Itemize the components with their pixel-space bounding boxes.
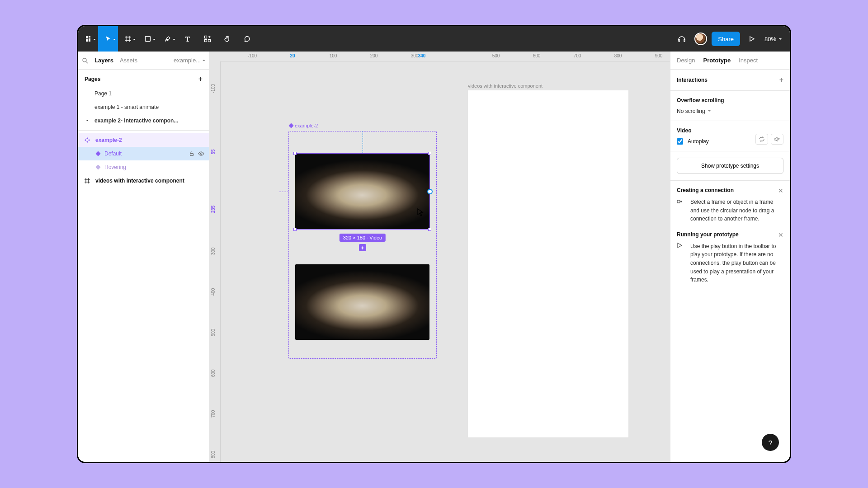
pages-header: Pages + bbox=[78, 70, 209, 87]
prototype-connection-node[interactable] bbox=[427, 189, 433, 194]
autoplay-checkbox[interactable]: Autoplay bbox=[677, 138, 709, 145]
assets-tab[interactable]: Assets bbox=[120, 57, 137, 64]
add-page-button[interactable]: + bbox=[198, 75, 203, 83]
settings-section: Show prototype settings bbox=[670, 151, 790, 181]
close-icon[interactable]: ✕ bbox=[778, 231, 783, 239]
share-button[interactable]: Share bbox=[712, 32, 740, 46]
video-hovering[interactable] bbox=[295, 264, 429, 340]
help-running-body: Use the play button in the toolbar to pl… bbox=[690, 242, 783, 284]
video-section: Video Autoplay bbox=[670, 121, 790, 151]
toolbar: Share 80% bbox=[78, 26, 790, 52]
tab-prototype[interactable]: Prototype bbox=[703, 57, 731, 64]
play-icon bbox=[677, 242, 685, 284]
help-panel: Creating a connection ✕ Select a frame o… bbox=[670, 181, 790, 299]
visibility-icon[interactable] bbox=[198, 151, 204, 156]
hand-tool-button[interactable] bbox=[217, 26, 237, 52]
dimensions-badge: 320 × 180 · Video bbox=[340, 234, 386, 242]
svg-rect-0 bbox=[146, 37, 151, 42]
guide-vertical bbox=[363, 131, 363, 154]
overflow-title: Overflow scrolling bbox=[677, 97, 783, 103]
page-item[interactable]: example 1 - smart animate bbox=[78, 100, 209, 114]
frame-tool-button[interactable] bbox=[118, 26, 138, 52]
svg-point-5 bbox=[83, 58, 86, 62]
video-title: Video bbox=[677, 127, 783, 134]
svg-rect-6 bbox=[190, 154, 193, 156]
page-crumb[interactable]: example... bbox=[174, 57, 205, 64]
user-avatar[interactable] bbox=[694, 33, 707, 45]
pen-tool-button[interactable] bbox=[158, 26, 178, 52]
layer-variant-default[interactable]: Default bbox=[78, 147, 209, 160]
svg-rect-8 bbox=[677, 200, 680, 203]
canvas-area[interactable]: -100 20 100 200 300 340 500 600 700 800 … bbox=[209, 52, 670, 462]
app-window: Share 80% Layers Assets example... Pages… bbox=[77, 25, 791, 463]
ruler-horizontal: -100 20 100 200 300 340 500 600 700 800 … bbox=[221, 52, 670, 61]
tab-inspect[interactable]: Inspect bbox=[739, 57, 758, 64]
unlock-icon[interactable] bbox=[189, 151, 194, 156]
present-button[interactable] bbox=[744, 26, 760, 52]
layer-variant-hovering[interactable]: Hovering bbox=[78, 160, 209, 174]
svg-point-7 bbox=[200, 153, 202, 155]
shape-tool-button[interactable] bbox=[138, 26, 158, 52]
help-running-title: Running your prototype bbox=[677, 231, 773, 238]
connection-icon bbox=[677, 198, 685, 223]
overflow-section: Overflow scrolling No scrolling bbox=[670, 91, 790, 121]
loop-icon[interactable] bbox=[755, 134, 768, 145]
main-area: Layers Assets example... Pages + Page 1 … bbox=[78, 52, 790, 462]
interactions-title: Interactions bbox=[677, 77, 708, 83]
add-interaction-button[interactable]: + bbox=[359, 244, 366, 251]
component-icon bbox=[85, 137, 93, 143]
layer-frame[interactable]: videos with interactive component bbox=[78, 174, 209, 188]
component-label[interactable]: example-2 bbox=[289, 123, 318, 128]
cursor-icon bbox=[417, 208, 424, 216]
left-panel-tabs: Layers Assets example... bbox=[78, 52, 209, 70]
left-panel: Layers Assets example... Pages + Page 1 … bbox=[78, 52, 209, 462]
page-item-current[interactable]: example 2- interactive compon... bbox=[78, 114, 209, 127]
frame-videos[interactable] bbox=[468, 90, 628, 437]
close-icon[interactable]: ✕ bbox=[778, 187, 783, 194]
svg-point-1 bbox=[166, 39, 167, 40]
frame-label[interactable]: videos with interactive component bbox=[468, 83, 542, 89]
help-connection-body: Select a frame or object in a frame and … bbox=[690, 198, 783, 223]
move-tool-button[interactable] bbox=[98, 26, 118, 52]
overflow-select[interactable]: No scrolling bbox=[677, 108, 783, 114]
page-item[interactable]: Page 1 bbox=[78, 87, 209, 100]
mute-icon[interactable] bbox=[771, 134, 783, 145]
search-icon[interactable] bbox=[82, 57, 88, 64]
main-menu-button[interactable] bbox=[78, 26, 98, 52]
tab-design[interactable]: Design bbox=[677, 57, 695, 64]
canvas[interactable]: videos with interactive component exampl… bbox=[221, 61, 670, 462]
variant-icon bbox=[95, 164, 100, 169]
svg-rect-3 bbox=[205, 40, 207, 42]
interactions-section: Interactions + bbox=[670, 70, 790, 91]
video-default[interactable] bbox=[295, 154, 429, 229]
resources-button[interactable] bbox=[198, 26, 217, 52]
show-prototype-settings-button[interactable]: Show prototype settings bbox=[677, 158, 783, 174]
layer-component[interactable]: example-2 bbox=[78, 133, 209, 147]
help-connection-title: Creating a connection bbox=[677, 187, 773, 193]
audio-button[interactable] bbox=[674, 26, 690, 52]
help-fab[interactable]: ? bbox=[762, 434, 779, 451]
pages-title: Pages bbox=[85, 76, 100, 82]
guide-horizontal bbox=[279, 192, 288, 192]
text-tool-button[interactable] bbox=[178, 26, 198, 52]
ruler-vertical: -100 55 235 300 400 500 600 700 800 bbox=[209, 61, 221, 462]
right-panel: Design Prototype Inspect Interactions + … bbox=[670, 52, 790, 462]
chevron-down-icon bbox=[85, 119, 89, 122]
svg-rect-2 bbox=[205, 36, 207, 38]
frame-icon bbox=[85, 178, 93, 183]
comment-tool-button[interactable] bbox=[237, 26, 257, 52]
add-interaction-icon[interactable]: + bbox=[779, 76, 783, 84]
variant-icon bbox=[95, 151, 100, 156]
svg-rect-4 bbox=[208, 40, 211, 42]
layers-tab[interactable]: Layers bbox=[94, 57, 113, 64]
zoom-dropdown[interactable]: 80% bbox=[760, 36, 790, 42]
right-panel-tabs: Design Prototype Inspect bbox=[670, 52, 790, 70]
